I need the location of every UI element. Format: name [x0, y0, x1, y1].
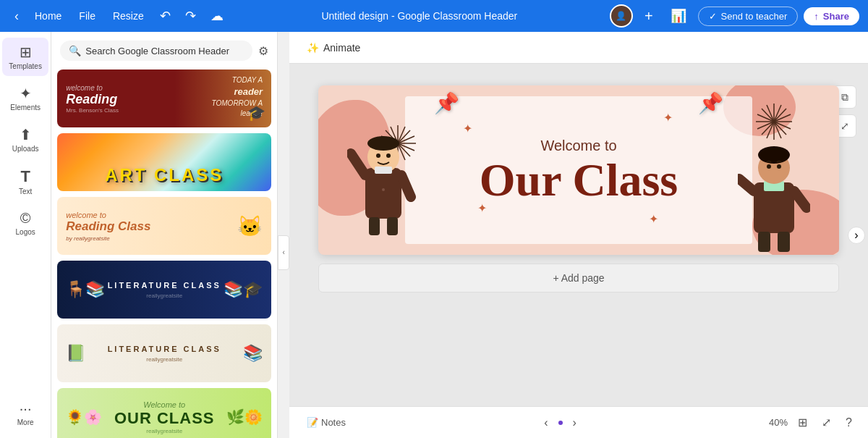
templates-label: Templates	[9, 62, 42, 70]
home-nav[interactable]: Home	[27, 7, 69, 25]
send-to-teacher-button[interactable]: ✓ Send to teacher	[698, 7, 799, 26]
canvas-scroll-area[interactable]: ⧉ ⤢ › 📌 📌 ✦ ✦ ✦ ✦	[289, 64, 868, 406]
sparkle-2: ✦	[663, 111, 673, 125]
svg-point-48	[777, 164, 781, 169]
svg-line-38	[401, 175, 411, 197]
svg-rect-32	[365, 168, 401, 219]
cloud-save-button[interactable]: ☁	[205, 5, 229, 27]
animate-icon: ✨	[307, 42, 319, 54]
svg-line-23	[762, 109, 774, 122]
scroll-right-button[interactable]: ›	[848, 227, 865, 244]
bottom-bar: 📝 Notes ‹ › 40% ⊞ ⤢ ?	[289, 406, 868, 438]
svg-point-36	[386, 153, 391, 158]
canvas-welcome-text: Welcome to	[480, 138, 678, 154]
svg-rect-52	[778, 232, 790, 252]
resize-nav[interactable]: Resize	[106, 7, 151, 25]
uploads-label: Uploads	[12, 145, 39, 153]
more-icon: ···	[20, 400, 32, 417]
svg-line-17	[774, 109, 786, 122]
check-circle-icon: ✓	[709, 11, 717, 22]
page-navigation: ‹ ›	[360, 413, 760, 432]
nav-right-actions: 👤 + 📊 ✓ Send to teacher ↑ Share	[610, 4, 859, 28]
template-card-reading[interactable]: welcome to Reading Mrs. Benson's Class T…	[57, 70, 271, 127]
text-label: Text	[19, 188, 32, 195]
left-sidebar: ⊞ Templates ✦ Elements ⬆ Uploads T Text …	[0, 32, 51, 438]
templates-icon: ⊞	[20, 43, 32, 61]
svg-point-46	[758, 146, 790, 164]
filter-button[interactable]: ⚙	[258, 44, 268, 58]
add-button[interactable]: +	[639, 5, 659, 28]
more-label: More	[17, 418, 34, 426]
page-dots	[558, 421, 563, 425]
notes-label: Notes	[321, 417, 346, 428]
next-page-button[interactable]: ›	[569, 413, 581, 432]
svg-rect-41	[375, 167, 392, 174]
search-bar: 🔍 ⚙	[51, 32, 277, 67]
sidebar-item-uploads[interactable]: ⬆ Uploads	[2, 120, 48, 159]
file-nav[interactable]: File	[72, 7, 103, 25]
logos-label: Logos	[16, 228, 35, 236]
canvas-toolbar: ✨ Animate	[289, 32, 868, 64]
character-right	[738, 125, 810, 255]
help-button[interactable]: ?	[841, 413, 856, 432]
svg-rect-40	[387, 217, 398, 235]
main-layout: ⊞ Templates ✦ Elements ⬆ Uploads T Text …	[0, 32, 868, 438]
user-avatar[interactable]: 👤	[610, 4, 633, 28]
canvas-area: ✨ Animate ⧉ ⤢ › 📌 📌	[289, 32, 868, 438]
template-card-our-class-green[interactable]: 🌻🌸 Welcome to OUR CLASS reallygreatsite …	[57, 388, 271, 438]
templates-list: welcome to Reading Mrs. Benson's Class T…	[51, 67, 277, 438]
svg-line-37	[351, 153, 365, 175]
svg-line-50	[794, 191, 807, 208]
svg-point-47	[767, 164, 771, 169]
notes-icon: 📝	[307, 417, 318, 428]
search-input[interactable]	[85, 46, 244, 56]
pushpin-left: 📌	[434, 91, 459, 115]
sidebar-item-text[interactable]: T Text	[2, 161, 48, 201]
svg-point-35	[376, 153, 380, 158]
fullscreen-button[interactable]: ⤢	[817, 413, 835, 432]
elements-label: Elements	[10, 104, 41, 111]
grid-view-button[interactable]: ⊞	[793, 413, 812, 432]
search-container[interactable]: 🔍	[60, 41, 252, 61]
redo-button[interactable]: ↷	[179, 5, 202, 27]
add-page-label: + Add page	[553, 272, 604, 284]
document-title: Untitled design - Google Classroom Heade…	[232, 10, 607, 22]
pushpin-right: 📌	[698, 91, 723, 115]
template-card-lit-dark[interactable]: 🪑📚 LITERATURE CLASS reallygreatsite 📚🎓	[57, 261, 271, 319]
sidebar-item-elements[interactable]: ✦ Elements	[2, 79, 48, 117]
uploads-icon: ⬆	[20, 126, 32, 143]
bottom-right-tools: 40% ⊞ ⤢ ?	[769, 413, 856, 432]
canvas-text-area: Welcome to Our Class	[480, 138, 678, 203]
elements-icon: ✦	[20, 85, 32, 102]
character-left	[347, 110, 434, 255]
templates-panel: 🔍 ⚙ welcome to Reading Mrs. Benson's Cla…	[51, 32, 278, 438]
analytics-button[interactable]: 📊	[665, 5, 692, 27]
sidebar-item-more[interactable]: ··· More	[2, 395, 48, 432]
undo-button[interactable]: ↶	[154, 5, 176, 27]
sidebar-item-logos[interactable]: © Logos	[2, 204, 48, 242]
animate-button[interactable]: ✨ Animate	[301, 39, 366, 56]
svg-rect-51	[758, 232, 770, 252]
template-card-lit-light[interactable]: 📗 LITERATURE CLASS reallygreatsite 📚	[57, 324, 271, 382]
template-card-reading2[interactable]: welcome to Reading Class by reallygreats…	[57, 197, 271, 255]
back-button[interactable]: ‹	[9, 6, 25, 27]
design-canvas: 📌 📌 ✦ ✦ ✦ ✦	[318, 85, 839, 255]
text-icon: T	[20, 167, 30, 186]
add-page-button[interactable]: + Add page	[318, 264, 839, 292]
prev-page-button[interactable]: ‹	[540, 413, 552, 432]
zoom-label: 40%	[769, 417, 788, 428]
search-icon: 🔍	[69, 45, 81, 56]
sidebar-item-templates[interactable]: ⊞ Templates	[2, 38, 48, 76]
canvas-main-text: Our Class	[480, 157, 678, 203]
sparkle-1: ✦	[463, 122, 472, 135]
hide-panel-button[interactable]: ‹	[278, 235, 289, 270]
top-navigation: ‹ Home File Resize ↶ ↷ ☁ Untitled design…	[0, 0, 868, 32]
template-card-art[interactable]: ART CLASS	[57, 133, 271, 191]
svg-line-49	[739, 179, 754, 191]
svg-rect-39	[369, 217, 380, 235]
logos-icon: ©	[20, 210, 31, 227]
sparkle-4: ✦	[649, 212, 658, 226]
share-button[interactable]: ↑ Share	[804, 7, 859, 25]
share-icon: ↑	[814, 11, 819, 22]
notes-button[interactable]: 📝 Notes	[301, 414, 352, 431]
